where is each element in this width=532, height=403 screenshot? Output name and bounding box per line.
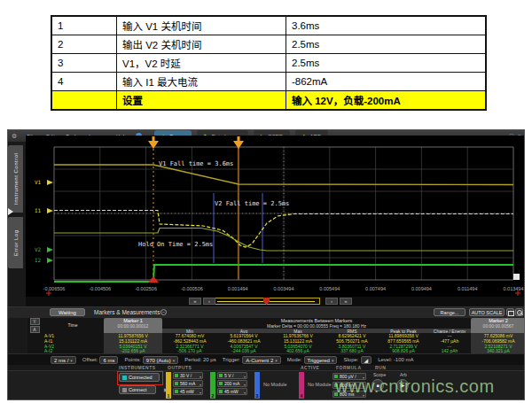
setting-dropdown[interactable]: A-Current 2▾ [242,356,281,364]
axis-tick-label: -0.006506 [43,286,66,291]
status-row: Waiting Markers & Measurements – Range..… [8,306,525,318]
channel-2-range-field[interactable]: 200 mA▾ [217,380,247,387]
table-cell: 设置 [117,91,286,109]
marker2-header[interactable]: Marker 200:00:00.00567 [471,318,525,333]
waveform-canvas[interactable]: V1I1V2I2V1 Fall time = 3.6msV2 Fall time… [26,136,525,301]
trigger-marker[interactable] [148,276,159,283]
axis-tick-label: 0.011494 [458,286,478,291]
measurements-table: YA▣TimeMarker 100:00:00.00012Measurement… [27,318,525,353]
export-image-button[interactable] [506,308,514,316]
zero-marker-i2[interactable] [47,258,53,263]
zero-label-v2: V2 [35,246,42,252]
setting-dropdown[interactable]: 2 ms /▾ [51,356,76,364]
acquisition-status-badge: Waiting [50,308,85,316]
channel-4-no-module-label: No Module [308,382,332,387]
field-enable-icon[interactable] [219,390,223,393]
zoom-in-button[interactable]: + [515,308,523,316]
compare-tool-icon[interactable]: A [30,326,40,333]
field-enable-icon[interactable] [175,382,178,385]
annotation: Hold On Time = 2.5ms [138,241,213,248]
right-edge-indicator [513,274,520,280]
field-enable-icon[interactable] [219,382,223,385]
gear-icon[interactable]: ⚙ [12,133,17,140]
scroll-button[interactable]: » [340,298,352,305]
scope-plot-area[interactable]: V1I1V2I2V1 Fall time = 3.6msV2 Fall time… [26,136,525,301]
channel-3-no-module-label: No Module [263,382,287,387]
setting-dropdown[interactable]: 6 ms [99,356,118,364]
field-enable-icon[interactable] [219,374,223,377]
field-enable-icon[interactable] [175,374,178,377]
axis-tick-label: -0.000506 [181,286,203,291]
zero-label-i1: I1 [35,207,42,213]
channel-3-color-bar: 3 [254,372,260,399]
setting-label: Mode: [287,357,302,362]
table-cell: 输入 I1 最大电流 [117,73,286,90]
table-cell: 输入 V1 关机时间 [117,17,286,35]
connected-button[interactable]: Connected [119,373,160,382]
chevron-down-icon: ▾ [244,390,246,396]
chevron-down-icon: ▾ [275,358,278,363]
setting-label: Level: -100 mA [378,357,413,362]
setting-dropdown[interactable]: Triggered▾ [304,356,338,364]
sidebar-notch [8,208,13,215]
zero-marker-v1[interactable] [47,180,53,185]
connect-button[interactable]: Connect [119,385,156,394]
table-row: 1输入 V1 关机时间3.6ms [52,17,485,35]
channel-1-color-bar: 1 [166,372,171,399]
sidebar-tab-instrument-control[interactable]: Instrument Control [8,145,23,213]
range-button[interactable]: Range... [434,308,466,316]
axis-tick-label: -0.002506 [135,286,157,291]
zoom-out-button[interactable]: - [524,308,525,316]
scroll-button[interactable]: « [189,298,201,305]
setting-label: Points: [124,357,140,362]
chevron-down-icon: ▾ [200,382,201,388]
between-markers-header: Measurements Between MarkersMarker Delta… [162,318,471,333]
table-cell: 输出 V2 关机时间 [117,35,286,53]
connect-status-icon [122,388,127,392]
cursor-tool-icon[interactable]: Y [30,318,40,325]
scroll-button[interactable]: › [325,298,338,305]
axis-tick-label: 0.001494 [228,286,248,291]
table-cell: 4 [52,73,117,90]
chevron-down-icon: ▾ [200,390,201,396]
field-enable-icon[interactable] [175,390,178,393]
setting-dropdown[interactable]: ◢ [361,356,372,364]
marker-2-handle[interactable] [233,141,244,149]
marker-1-handle[interactable] [148,141,159,149]
zero-label-v1: V1 [35,179,42,185]
zero-label-i2: I2 [35,257,42,263]
channel-1-range-field[interactable]: 45 mW▾ [173,388,203,395]
marker-1-stem[interactable] [153,136,155,141]
axis-tick-label: 0.009494 [411,286,432,291]
zero-marker-i1[interactable] [47,208,53,213]
marker-2-stem[interactable] [238,136,240,141]
autoscale-button[interactable]: AUTO SCALE [469,308,505,316]
chevron-down-icon: ▾ [173,358,176,363]
axis-tick-label: 0.007494 [365,286,386,291]
table-row: 4输入 I1 最大电流-862mA [52,73,485,91]
channel-1-range-field[interactable]: 560 mA▾ [173,380,203,387]
zero-marker-v2[interactable] [47,247,53,252]
markers-measurements-title: Markers & Measurements [94,309,160,315]
channel-2-range-field[interactable]: 5 V /▾ [217,372,247,379]
table-row: 3V1，V2 时延2.5ms [52,54,485,73]
table-cell: Time [42,318,104,333]
setting-dropdown[interactable]: 970 (Auto)▾ [143,356,179,364]
setting-label: Trigger: [223,357,240,362]
channel-2-range-field[interactable]: 45 mW▾ [217,388,247,395]
sidebar-tab-error-log[interactable]: Error Log [8,217,23,268]
table-cell: 1 [52,17,117,35]
horizontal-scrollbar[interactable]: «‹›» [26,297,525,306]
channel-1-range-field[interactable]: 30 V /▾ [173,372,203,379]
table-cell: 3.6ms [286,17,485,35]
table-cell: YA▣ [27,318,42,333]
axis-tick-label: 0.013494 [504,286,524,291]
marker1-header[interactable]: Marker 100:00:00.00012 [104,318,162,333]
table-row: 2输出 V2 关机时间2.5ms [52,35,485,54]
chevron-down-icon: ▾ [70,358,73,363]
collapse-panel-icon[interactable]: – [160,309,167,315]
axis-tick-label: 0.005494 [319,286,340,291]
table-cell: 2.5ms [286,54,485,72]
table-cell: V1，V2 时延 [117,54,286,72]
scroll-button[interactable]: ‹ [203,298,215,305]
